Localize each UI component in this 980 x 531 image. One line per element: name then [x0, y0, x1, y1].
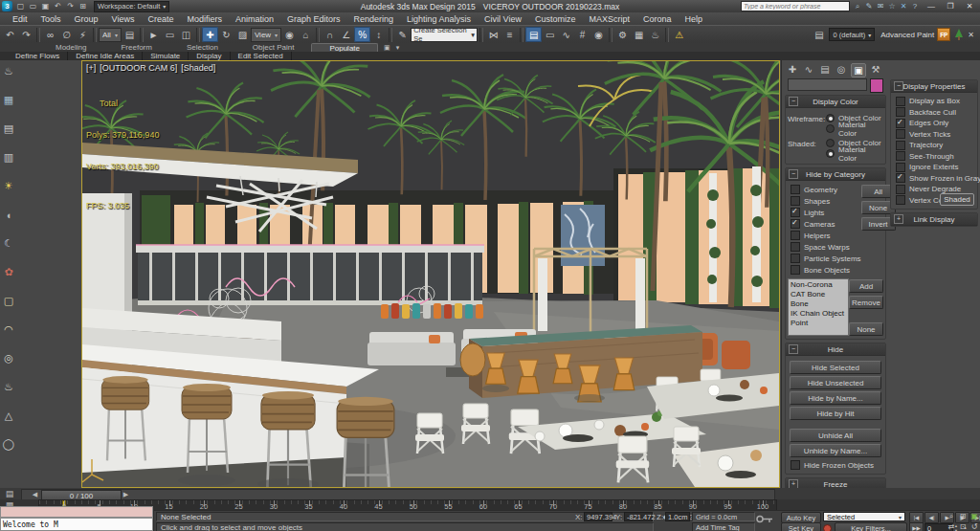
list-item[interactable]: CAT Bone	[789, 290, 848, 299]
dome-tool-icon[interactable]: ◠	[2, 322, 16, 337]
slab-tool-icon[interactable]: ▢	[2, 294, 16, 308]
collapse-icon[interactable]: −	[789, 97, 798, 106]
tab-object-paint[interactable]: Object Paint	[235, 43, 312, 52]
zoom-icon[interactable]: ⌕	[946, 511, 957, 521]
unhide-by-name-button[interactable]: Unhide by Name...	[790, 444, 881, 457]
mini-listener-toggle-icon[interactable]: ▤	[3, 488, 16, 498]
menu-civil-view[interactable]: Civil View	[478, 12, 528, 25]
snaps-toggle-icon[interactable]: ∩	[322, 27, 338, 42]
bind-to-space-warp-icon[interactable]: ⚡	[75, 27, 91, 42]
edges-only-checkbox[interactable]: Edges Only	[893, 118, 975, 129]
menu-graph-editors[interactable]: Graph Editors	[280, 12, 347, 25]
add-time-tag[interactable]: Add Time Tag	[692, 522, 755, 531]
select-and-scale-icon[interactable]: ▨	[234, 27, 251, 42]
edit-named-selection-icon[interactable]: ✎	[394, 27, 411, 42]
manage-layers-icon[interactable]: ▤	[811, 27, 827, 42]
display-as-box-checkbox[interactable]: Display as Box	[893, 96, 975, 107]
ignore-extents-checkbox[interactable]: Ignore Extents	[893, 162, 975, 173]
category-lights-checkbox[interactable]: Lights	[788, 207, 861, 218]
select-and-rotate-icon[interactable]: ↻	[218, 27, 234, 42]
plate-tool-icon[interactable]: ◎	[2, 351, 16, 365]
menu-views[interactable]: Views	[105, 12, 142, 25]
category-geometry-checkbox[interactable]: Geometry	[788, 184, 861, 195]
viewport-pov-menu[interactable]: [OUTDOOR CAM 6]	[100, 63, 177, 73]
search-icon[interactable]: ⌕	[852, 1, 863, 11]
menu-help[interactable]: Help	[678, 12, 709, 25]
named-selection-combo[interactable]: Create Selection Se▾	[411, 28, 478, 42]
set-key-button[interactable]: Set Key	[781, 522, 821, 531]
material-editor-icon[interactable]: ◉	[590, 27, 607, 42]
tab-modeling[interactable]: Modeling	[38, 43, 103, 52]
display-color-header[interactable]: − Display Color	[786, 96, 885, 108]
category-cameras-checkbox[interactable]: Cameras	[788, 218, 861, 230]
menu-group[interactable]: Group	[68, 12, 105, 25]
new-scene-icon[interactable]: ▢	[14, 1, 27, 11]
shaded-material-color-radio[interactable]: Material Color	[826, 148, 883, 159]
display-tab-icon[interactable]: ▣	[851, 63, 866, 77]
menu-modifiers[interactable]: Modifiers	[180, 12, 229, 25]
image-tool-icon[interactable]: ▦	[2, 93, 16, 107]
subtab-simulate[interactable]: Simulate	[143, 52, 189, 60]
utilities-tab-icon[interactable]: ⚒	[869, 63, 882, 76]
tab-selection[interactable]: Selection	[169, 43, 235, 52]
subtab-define-flows[interactable]: Define Flows	[8, 52, 68, 60]
search-input[interactable]	[741, 1, 850, 11]
backface-cull-checkbox[interactable]: Backface Cull	[893, 107, 975, 119]
subtab-define-idle-areas[interactable]: Define Idle Areas	[68, 52, 143, 60]
toolbar-close-icon[interactable]: ✕	[968, 31, 974, 39]
category-particle-systems-checkbox[interactable]: Particle Systems	[788, 253, 861, 264]
expand-icon[interactable]: +	[894, 214, 903, 224]
favorites-star-icon[interactable]: ☆	[886, 1, 898, 11]
project-folder-icon[interactable]: ⊞	[77, 1, 89, 11]
workspace-dropdown[interactable]: Workspace: Default ▾	[94, 1, 169, 12]
fish-tool-icon[interactable]: ◖	[2, 208, 16, 222]
key-mode-dropdown[interactable]: Selected▾	[823, 512, 905, 521]
menu-rendering[interactable]: Rendering	[347, 12, 401, 25]
advanced-paint-label[interactable]: Advanced Paint	[880, 31, 934, 39]
hide-unselected-button[interactable]: Hide Unselected	[790, 376, 881, 389]
modify-tab-icon[interactable]: ∿	[802, 63, 815, 76]
menu-edit[interactable]: Edit	[6, 12, 34, 25]
category-space-warps-checkbox[interactable]: Space Warps	[788, 241, 861, 253]
list-item[interactable]: Bone	[789, 299, 848, 309]
pan-icon[interactable]: ⇄	[946, 521, 957, 531]
remove-list-button[interactable]: Remove	[849, 296, 883, 309]
schematic-view-icon[interactable]: #	[574, 27, 590, 42]
motion-tab-icon[interactable]: ◎	[835, 63, 848, 76]
select-and-place-icon[interactable]: ⌂	[298, 27, 314, 42]
macro-recorder-pane[interactable]	[0, 506, 153, 518]
ribbon-arrow-icon[interactable]: ▾	[396, 44, 400, 52]
zoom-all-icon[interactable]: ⊞	[957, 511, 969, 521]
unlink-selection-icon[interactable]: ∅	[58, 27, 75, 42]
use-pivot-center-icon[interactable]: ◉	[281, 27, 298, 42]
forest-tree-icon[interactable]	[953, 29, 965, 40]
help-icon[interactable]: ?	[909, 1, 921, 11]
redo-icon[interactable]: ↷	[18, 27, 34, 42]
subtab-edit-selected[interactable]: Edit Selected	[231, 52, 292, 60]
object-name-field[interactable]	[788, 78, 867, 91]
vertex-ticks-checkbox[interactable]: Vertex Ticks	[893, 129, 975, 141]
see-through-checkbox[interactable]: See-Through	[893, 151, 975, 163]
forestpack-icon[interactable]: FP	[937, 28, 950, 41]
3dsmax-logo[interactable]: 3	[2, 1, 12, 11]
subtab-display[interactable]: Display	[189, 52, 230, 60]
moon-tool-icon[interactable]: ☾	[2, 236, 16, 251]
ribbon-toggle-icon[interactable]: ▭	[542, 27, 558, 42]
sphere-tool-icon[interactable]: ◯	[2, 437, 16, 452]
selection-filter-dropdown[interactable]: All▾	[99, 28, 122, 42]
display-properties-header[interactable]: − Display Properties	[891, 80, 977, 93]
show-frozen-in-gray-checkbox[interactable]: Show Frozen in Gray	[893, 173, 975, 185]
active-layer-dropdown[interactable]: 0 (default) ▾	[829, 28, 875, 41]
teapot-tool-icon[interactable]: ♨	[2, 64, 16, 78]
lamp-tool-icon[interactable]: ☀	[2, 179, 16, 193]
layer-explorer-icon[interactable]: ▤	[525, 27, 542, 42]
rectangular-region-icon[interactable]: ▭	[162, 27, 178, 42]
y-coord-field[interactable]: -821.472	[624, 512, 653, 521]
render-setup-icon[interactable]: ⚙	[614, 27, 631, 42]
none-list-button[interactable]: None	[849, 322, 883, 336]
zoom-extents-icon[interactable]: ▣	[969, 511, 980, 521]
list-item[interactable]: IK Chain Object	[789, 309, 848, 319]
cone-tool-icon[interactable]: △	[2, 409, 16, 423]
shaded-toggle-button[interactable]: Shaded	[940, 193, 974, 206]
orbit-icon[interactable]: ↺	[969, 521, 980, 531]
